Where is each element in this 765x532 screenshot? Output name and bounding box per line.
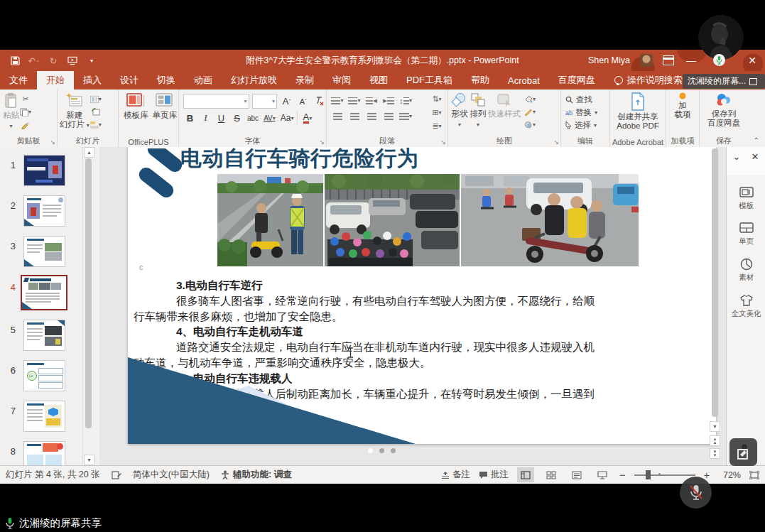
columns-icon[interactable]: ▾ (399, 111, 412, 121)
customize-qat-arrow-icon[interactable]: ▾ (87, 55, 97, 65)
create-share-pdf-button[interactable]: 创建并共享Adobe PDF (610, 89, 666, 135)
font-dialog-launcher-icon[interactable]: ↘ (319, 139, 325, 146)
clipboard-dialog-launcher-icon[interactable]: ↘ (50, 139, 55, 146)
thumbnail-scrollbar-thumb[interactable] (85, 158, 92, 428)
undo-icon[interactable]: ↶⌄ (29, 55, 39, 65)
canvas-scrollbar-thumb[interactable] (712, 148, 718, 417)
thumbnail-slide-6[interactable]: Le (23, 360, 65, 391)
tab-review[interactable]: 审阅 (323, 71, 360, 89)
save-to-baidu-button[interactable]: 保存到百度网盘 (700, 89, 748, 135)
slide-layout-icon[interactable]: ▾ (89, 94, 102, 104)
increase-indent-icon[interactable]: ▸ (382, 95, 395, 106)
align-left-icon[interactable] (331, 111, 344, 121)
tab-acrobat[interactable]: Acrobat (499, 71, 549, 89)
change-case-button[interactable]: Aa▾ (279, 112, 295, 124)
page-dot[interactable] (379, 448, 384, 453)
save-icon[interactable] (10, 55, 20, 65)
start-slideshow-icon[interactable] (67, 55, 77, 65)
tell-me-search[interactable]: 操作说明搜索 (614, 71, 683, 89)
current-slide[interactable]: 电动自行车骑行危险行为 (128, 147, 716, 444)
panel-collapse-icon[interactable]: ⌄ (731, 151, 742, 162)
format-painter-icon[interactable] (19, 119, 32, 130)
align-right-icon[interactable] (365, 111, 378, 121)
zoom-level[interactable]: 72% (718, 470, 741, 480)
justify-icon[interactable] (382, 111, 395, 121)
notes-toggle[interactable]: 备注 (441, 469, 470, 481)
convert-smartart-icon[interactable]: ≣▾ (430, 121, 443, 131)
shrink-font-button[interactable]: Aˇ (296, 95, 310, 108)
character-spacing-button[interactable]: AV▾ (262, 112, 277, 124)
shape-outline-icon[interactable]: ▾ (523, 107, 536, 117)
replace-button[interactable]: ab替换▾ (565, 107, 609, 118)
thumbnail-slide-1[interactable] (23, 155, 65, 186)
shapes-button[interactable]: 形状▾ (451, 89, 468, 135)
underline-button[interactable]: U (215, 112, 228, 124)
font-size-combobox[interactable]: ▾ (252, 94, 277, 109)
copy-icon[interactable]: ▾ (19, 107, 32, 117)
quick-styles-button[interactable]: 快速样式 (488, 89, 521, 135)
ribbon-display-options-icon[interactable] (663, 55, 674, 65)
tab-help[interactable]: 帮助 (462, 71, 499, 89)
tab-slideshow[interactable]: 幻灯片放映 (222, 71, 286, 89)
zoom-slider-thumb[interactable] (646, 470, 651, 479)
tab-transitions[interactable]: 切换 (148, 71, 185, 89)
thumbnail-slide-3[interactable] (23, 236, 65, 267)
slide-photo-strip[interactable] (217, 174, 639, 266)
slide-sorter-view-button[interactable] (543, 467, 560, 482)
redo-icon[interactable]: ↻ (48, 55, 58, 65)
strikethrough-button[interactable]: S (230, 112, 244, 124)
mute-toggle-button[interactable] (680, 477, 712, 509)
scroll-down-icon[interactable]: ▼ (84, 455, 94, 465)
new-slide-button[interactable]: 新建幻灯片 ▾ (60, 89, 89, 135)
account-avatar[interactable] (640, 54, 653, 67)
thumbnail-slide-5[interactable] (23, 320, 65, 351)
screen-share-pill[interactable]: 沈湘绫的屏幕... (683, 74, 765, 89)
restore-window-icon[interactable] (749, 78, 757, 85)
previous-slide-icon[interactable]: ▲▲ (710, 435, 720, 446)
thumbnail-slide-2[interactable] (23, 195, 65, 227)
panel-item-materials[interactable]: 素材 (727, 258, 765, 283)
shape-effects-icon[interactable]: ▾ (523, 119, 536, 130)
find-button[interactable]: 查找 (565, 94, 609, 105)
line-spacing-icon[interactable]: ↕▾ (399, 95, 412, 106)
template-library-button[interactable]: 模板库 (124, 89, 148, 135)
bullets-icon[interactable]: ▾ (331, 95, 344, 106)
comments-toggle[interactable]: 批注 (479, 469, 509, 481)
numbering-icon[interactable]: ▾ (348, 95, 361, 106)
tab-home[interactable]: 开始 (37, 71, 74, 89)
font-name-combobox[interactable]: ▾ (183, 94, 249, 109)
accessibility-status[interactable]: 辅助功能: 调查 (221, 469, 292, 481)
language-status[interactable]: 简体中文(中国大陆) (133, 469, 210, 481)
text-direction-icon[interactable]: ⇅▾ (430, 94, 443, 104)
align-center-icon[interactable] (348, 111, 361, 121)
cut-icon[interactable]: ✂ (19, 94, 32, 104)
close-button[interactable]: ✕ (745, 53, 759, 68)
drawing-dialog-launcher-icon[interactable]: ↘ (553, 139, 559, 146)
align-text-icon[interactable]: ⊞▾ (430, 107, 443, 118)
tab-design[interactable]: 设计 (111, 71, 148, 89)
thumbnail-scrollbar[interactable]: ▲ ▼ (82, 147, 94, 465)
normal-view-button[interactable] (517, 467, 534, 482)
italic-button[interactable]: I (199, 112, 212, 124)
tab-pdf-tools[interactable]: PDF工具箱 (397, 71, 462, 89)
arrange-button[interactable]: 排列▾ (470, 89, 487, 135)
section-icon[interactable]: ▾ (89, 119, 102, 130)
tab-insert[interactable]: 插入 (74, 71, 111, 89)
fit-to-window-icon[interactable] (749, 471, 759, 479)
presenter-webcam-bubble[interactable] (699, 16, 743, 60)
scroll-down-icon[interactable]: ▼ (710, 421, 720, 432)
shape-fill-icon[interactable]: ▾ (523, 94, 536, 104)
tab-baidu-netdisk[interactable]: 百度网盘 (549, 71, 604, 89)
text-shadow-button[interactable]: abc (246, 112, 260, 124)
annotation-pen-button[interactable] (729, 438, 757, 466)
font-color-button[interactable]: A▾ (297, 112, 314, 124)
thumbnail-slide-4-selected[interactable] (21, 275, 67, 310)
paragraph-dialog-launcher-icon[interactable]: ↘ (440, 139, 446, 146)
addins-button[interactable]: 加载项 (666, 89, 699, 135)
panel-item-single-page[interactable]: 单页 (727, 222, 765, 246)
tab-record[interactable]: 录制 (286, 71, 323, 89)
scroll-up-icon[interactable]: ▲ (84, 147, 94, 158)
collapse-ribbon-icon[interactable]: ⌃ (754, 136, 759, 144)
paste-button[interactable]: 粘贴▾ (3, 89, 19, 135)
reset-slide-icon[interactable] (89, 107, 102, 117)
